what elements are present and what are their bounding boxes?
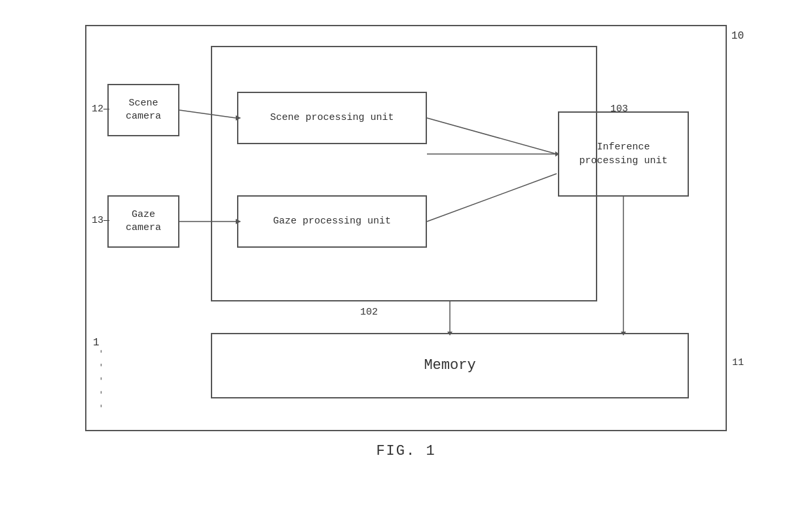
ref-10: 10: [731, 30, 744, 42]
ref-11: 11: [732, 357, 744, 368]
gaze-processing-unit-label: Gaze processing unit: [273, 216, 391, 227]
scene-camera-label: Scenecamera: [126, 97, 161, 123]
scene-camera-box: Scenecamera: [107, 84, 179, 136]
ref-1-dashes: - - - - -: [96, 349, 106, 410]
ref-1-label: 1: [93, 337, 100, 349]
scene-processing-unit-box: Scene processing unit: [237, 92, 427, 144]
ref-102: 102: [360, 307, 378, 318]
gaze-camera-box: Gazecamera: [107, 195, 179, 248]
ref-13: 13—: [92, 215, 109, 226]
ref-1: 1 - - - - -: [93, 337, 106, 410]
ref-103: 103: [610, 104, 628, 115]
inference-label: Inferenceprocessing unit: [579, 140, 667, 168]
gaze-processing-unit-box: Gaze processing unit: [237, 195, 427, 248]
diagram-outer: 10 11 12— Scenecamera 13— Gazecamera Pro…: [85, 25, 727, 431]
scene-processing-unit-label: Scene processing unit: [270, 112, 394, 123]
inference-box: Inferenceprocessing unit: [558, 111, 689, 197]
page-container: 10 11 12— Scenecamera 13— Gazecamera Pro…: [46, 25, 766, 497]
gaze-camera-label: Gazecamera: [126, 208, 161, 234]
ref-12: 12—: [92, 104, 109, 115]
fig-label: FIG. 1: [376, 443, 435, 459]
memory-box: Memory: [211, 333, 689, 398]
memory-label: Memory: [424, 357, 475, 374]
processors-box: [211, 46, 597, 301]
